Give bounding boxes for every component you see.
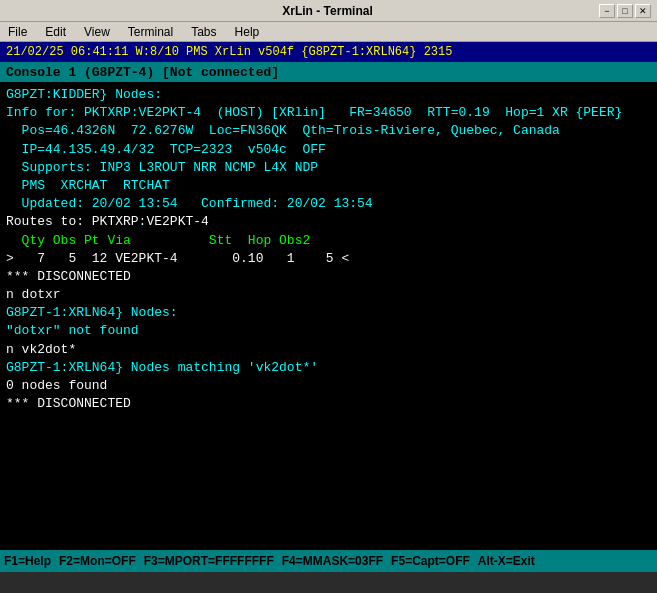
terminal-line: > 7 5 12 VE2PKT-4 0.10 1 5 < [6, 250, 651, 268]
close-button[interactable]: ✕ [635, 4, 651, 18]
menu-help[interactable]: Help [231, 25, 264, 39]
menu-tabs[interactable]: Tabs [187, 25, 220, 39]
maximize-button[interactable]: □ [617, 4, 633, 18]
terminal-line: PMS XRCHAT RTCHAT [6, 177, 651, 195]
fn-key-f1[interactable]: F1=Help [4, 554, 51, 568]
terminal-body[interactable]: G8PZT:KIDDER} Nodes:Info for: PKTXRP:VE2… [0, 82, 657, 550]
terminal-line: Qty Obs Pt Via Stt Hop Obs2 [6, 232, 651, 250]
terminal-line: G8PZT:KIDDER} Nodes: [6, 86, 651, 104]
status-text: 21/02/25 06:41:11 W:8/10 PMS XrLin v504f… [6, 45, 452, 59]
status-bar-bottom: F1=HelpF2=Mon=OFFF3=MPORT=FFFFFFFFF4=MMA… [0, 550, 657, 572]
menu-edit[interactable]: Edit [41, 25, 70, 39]
menu-file[interactable]: File [4, 25, 31, 39]
terminal-line: G8PZT-1:XRLN64} Nodes matching 'vk2dot*' [6, 359, 651, 377]
fn-key-f4[interactable]: F4=MMASK=03FF [282, 554, 383, 568]
title-bar: XrLin - Terminal − □ ✕ [0, 0, 657, 22]
fn-key-f2[interactable]: F2=Mon=OFF [59, 554, 136, 568]
terminal-line: Info for: PKTXRP:VE2PKT-4 (HOST) [XRlin]… [6, 104, 651, 122]
terminal-line: IP=44.135.49.4/32 TCP=2323 v504c OFF [6, 141, 651, 159]
fn-key-alt-x[interactable]: Alt-X=Exit [478, 554, 535, 568]
fn-key-f3[interactable]: F3=MPORT=FFFFFFFF [144, 554, 274, 568]
terminal-line: Pos=46.4326N 72.6276W Loc=FN36QK Qth=Tro… [6, 122, 651, 140]
terminal-line: *** DISCONNECTED [6, 395, 651, 413]
terminal-line: n vk2dot* [6, 341, 651, 359]
terminal-line: G8PZT-1:XRLN64} Nodes: [6, 304, 651, 322]
window-title: XrLin - Terminal [56, 4, 599, 18]
terminal-line: *** DISCONNECTED [6, 268, 651, 286]
terminal-line: n dotxr [6, 286, 651, 304]
console-header: Console 1 (G8PZT-4) [Not connected] [0, 62, 657, 82]
fn-key-f5[interactable]: F5=Capt=OFF [391, 554, 470, 568]
menu-view[interactable]: View [80, 25, 114, 39]
terminal-line: Supports: INP3 L3ROUT NRR NCMP L4X NDP [6, 159, 651, 177]
menu-terminal[interactable]: Terminal [124, 25, 177, 39]
terminal-line: "dotxr" not found [6, 322, 651, 340]
window-controls: − □ ✕ [599, 4, 651, 18]
menu-bar: File Edit View Terminal Tabs Help [0, 22, 657, 42]
status-bar-top: 21/02/25 06:41:11 W:8/10 PMS XrLin v504f… [0, 42, 657, 62]
terminal-line: Routes to: PKTXRP:VE2PKT-4 [6, 213, 651, 231]
terminal-line: Updated: 20/02 13:54 Confirmed: 20/02 13… [6, 195, 651, 213]
minimize-button[interactable]: − [599, 4, 615, 18]
console-title: Console 1 (G8PZT-4) [Not connected] [6, 65, 279, 80]
terminal-line: 0 nodes found [6, 377, 651, 395]
